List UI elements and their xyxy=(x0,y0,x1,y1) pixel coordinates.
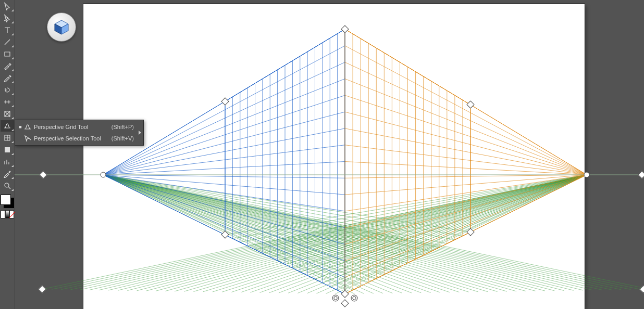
toolbox xyxy=(0,0,15,309)
flyout-item-0[interactable]: ■Perspective Grid Tool(Shift+P) xyxy=(15,121,143,133)
column-graph-tool[interactable] xyxy=(1,156,14,168)
horizon-right-handle[interactable] xyxy=(638,171,644,179)
perspective-tool-flyout[interactable]: ■Perspective Grid Tool(Shift+P)Perspecti… xyxy=(15,120,144,146)
artboard[interactable] xyxy=(83,4,585,309)
eyedropper-tool[interactable] xyxy=(1,168,14,179)
zoom-tool[interactable] xyxy=(1,180,14,191)
fill-stroke-swatch[interactable] xyxy=(1,195,14,208)
fill-swatch[interactable] xyxy=(1,195,11,205)
flyout-item-shortcut: (Shift+P) xyxy=(104,124,134,130)
horizon-left-handle[interactable] xyxy=(39,171,47,179)
flyout-item-icon xyxy=(22,134,33,143)
type-tool[interactable] xyxy=(1,24,14,36)
color-mode-none[interactable] xyxy=(9,210,14,218)
flyout-selected-mark: ■ xyxy=(18,124,22,130)
flyout-submenu-arrow-icon xyxy=(139,131,141,135)
flyout-item-icon xyxy=(22,123,33,131)
flyout-item-label: Perspective Selection Tool xyxy=(33,135,104,141)
color-mode-row[interactable] xyxy=(1,210,14,217)
rotate-tool[interactable] xyxy=(1,84,14,96)
color-mode-solid[interactable] xyxy=(1,210,5,218)
canvas-area[interactable] xyxy=(15,0,644,309)
line-tool[interactable] xyxy=(1,36,14,48)
flyout-item-1[interactable]: Perspective Selection Tool(Shift+V) xyxy=(15,133,143,144)
width-tool[interactable] xyxy=(1,96,14,108)
flyout-item-shortcut: (Shift+V) xyxy=(104,135,134,141)
paintbrush-tool[interactable] xyxy=(1,60,14,72)
flyout-item-label: Perspective Grid Tool xyxy=(33,124,91,130)
plane-switch-widget[interactable] xyxy=(47,12,76,42)
ground-left-handle[interactable] xyxy=(38,285,46,293)
vanishing-point-left[interactable] xyxy=(101,172,106,178)
free-transform-tool[interactable] xyxy=(1,108,14,120)
mesh-tool[interactable] xyxy=(1,132,14,144)
rectangle-tool[interactable] xyxy=(1,48,14,60)
selection-tool[interactable] xyxy=(1,1,14,12)
perspective-grid-tool[interactable] xyxy=(1,120,14,132)
gradient-tool[interactable] xyxy=(1,144,14,156)
pencil-tool[interactable] xyxy=(1,72,14,84)
direct-selection-tool[interactable] xyxy=(1,12,14,24)
plane-cube-icon xyxy=(53,18,70,36)
ground-right-handle[interactable] xyxy=(639,285,644,293)
vanishing-point-right[interactable] xyxy=(584,172,590,178)
